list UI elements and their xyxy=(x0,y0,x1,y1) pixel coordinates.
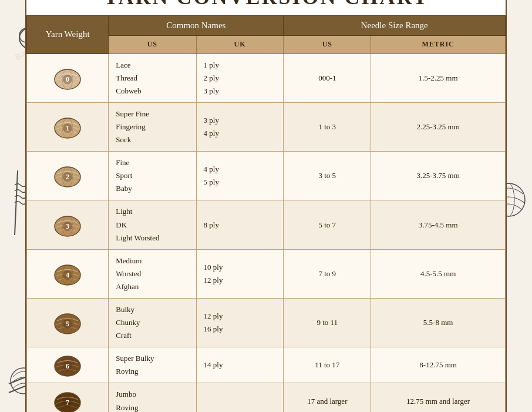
svg-text:3: 3 xyxy=(66,222,69,230)
uk-names-cell: 3 ply4 ply xyxy=(196,102,284,151)
table-row: 7 JumboRoving17 and larger12.75 mm and l… xyxy=(27,383,506,412)
uk-names-cell: 4 ply5 ply xyxy=(196,152,284,200)
us-needle-cell: 3 to 5 xyxy=(284,152,371,200)
us-needle-cell: 11 to 17 xyxy=(284,347,371,383)
subheader-uk-names: UK xyxy=(196,36,284,53)
us-names-cell: FineSportBaby xyxy=(109,152,196,200)
us-names-cell: Super BulkyRoving xyxy=(109,347,196,383)
uk-names-cell xyxy=(196,383,284,412)
metric-needle-cell: 12.75 mm and larger xyxy=(371,383,506,412)
yarn-weight-cell: 5 xyxy=(27,298,109,347)
svg-text:0: 0 xyxy=(66,75,69,83)
needle-size-header: Needle Size Range xyxy=(284,16,506,36)
metric-needle-cell: 1.5-2.25 mm xyxy=(371,53,506,102)
metric-needle-cell: 2.25-3.25 mm xyxy=(371,102,506,151)
yarn-icon: 7 xyxy=(30,390,105,412)
svg-text:1: 1 xyxy=(66,124,69,132)
table-row: 1 Super FineFingeringSock3 ply4 ply1 to … xyxy=(27,102,506,151)
uk-names-cell: 8 ply xyxy=(196,200,284,249)
yarn-weight-cell: 2 xyxy=(27,152,109,200)
yarn-weight-cell: 7 xyxy=(27,383,109,412)
us-names-cell: LaceThreadCobweb xyxy=(109,53,196,102)
subheader-us-names: US xyxy=(109,36,196,53)
header-row: Yarn Weight Common Names Needle Size Ran… xyxy=(27,16,506,36)
svg-line-18 xyxy=(15,170,18,235)
svg-text:7: 7 xyxy=(66,398,69,407)
yarn-weight-cell: 3 xyxy=(27,200,109,249)
common-names-header: Common Names xyxy=(109,16,284,36)
uk-names-cell: 12 ply16 ply xyxy=(196,298,284,347)
us-needle-cell: 9 to 11 xyxy=(284,298,371,347)
metric-needle-cell: 3.25-3.75 mm xyxy=(371,152,506,200)
uk-names-cell: 14 ply xyxy=(196,347,284,383)
yarn-icon: 0 xyxy=(30,66,105,90)
table-row: 3 LightDKLight Worsted8 ply5 to 73.75-4.… xyxy=(27,200,506,249)
metric-needle-cell: 8-12.75 mm xyxy=(371,347,506,383)
us-names-cell: Super FineFingeringSock xyxy=(109,102,196,151)
table-row: 0 LaceThreadCobweb1 ply2 ply3 ply000-11.… xyxy=(27,53,506,102)
metric-needle-cell: 4.5-5.5 mm xyxy=(371,249,506,298)
chart-container: YARN CONVERSION CHART Yarn Weight Common… xyxy=(25,0,507,412)
subheader-us-needle: US xyxy=(284,36,371,53)
page: Bare Naked Wools by KNITSPOT Bare Naked … xyxy=(0,0,532,412)
table-row: 5 BulkyChunkyCraft12 ply16 ply9 to 115.5… xyxy=(27,298,506,347)
us-names-cell: BulkyChunkyCraft xyxy=(109,298,196,347)
table-row: 6 Super BulkyRoving14 ply11 to 178-12.75… xyxy=(27,347,506,383)
yarn-weight-cell: 6 xyxy=(27,347,109,383)
subheader-metric-needle: METRIC xyxy=(371,36,506,53)
table-body: 0 LaceThreadCobweb1 ply2 ply3 ply000-11.… xyxy=(27,53,506,412)
svg-text:4: 4 xyxy=(66,271,69,279)
uk-names-cell: 10 ply12 ply xyxy=(196,249,284,298)
yarn-icon: 3 xyxy=(30,213,105,237)
yarn-icon: 2 xyxy=(30,164,105,187)
yarn-weight-cell: 1 xyxy=(27,102,109,151)
chart-title: YARN CONVERSION CHART xyxy=(26,0,506,15)
us-names-cell: LightDKLight Worsted xyxy=(109,200,196,249)
us-needle-cell: 17 and larger xyxy=(284,383,371,412)
yarn-icon: 5 xyxy=(30,311,105,334)
us-needle-cell: 000-1 xyxy=(284,53,371,102)
svg-text:2: 2 xyxy=(66,173,69,181)
us-needle-cell: 1 to 3 xyxy=(284,102,371,151)
us-names-cell: JumboRoving xyxy=(109,383,196,412)
us-needle-cell: 7 to 9 xyxy=(284,249,371,298)
yarn-icon: 6 xyxy=(30,353,105,377)
yarn-icon: 4 xyxy=(30,262,105,286)
uk-names-cell: 1 ply2 ply3 ply xyxy=(196,53,284,102)
yarn-weight-cell: 4 xyxy=(27,249,109,298)
metric-needle-cell: 5.5-8 mm xyxy=(371,298,506,347)
us-names-cell: MediumWorstedAfghan xyxy=(109,249,196,298)
yarn-icon: 1 xyxy=(30,115,105,139)
chart-table: Yarn Weight Common Names Needle Size Ran… xyxy=(26,15,506,412)
yarn-weight-header: Yarn Weight xyxy=(27,16,109,53)
yarn-weight-cell: 0 xyxy=(27,53,109,102)
metric-needle-cell: 3.75-4.5 mm xyxy=(371,200,506,249)
table-row: 2 FineSportBaby4 ply5 ply3 to 53.25-3.75… xyxy=(27,152,506,200)
svg-text:5: 5 xyxy=(66,320,69,328)
us-needle-cell: 5 to 7 xyxy=(284,200,371,249)
table-row: 4 MediumWorstedAfghan10 ply12 ply7 to 94… xyxy=(27,249,506,298)
svg-text:6: 6 xyxy=(66,362,69,370)
